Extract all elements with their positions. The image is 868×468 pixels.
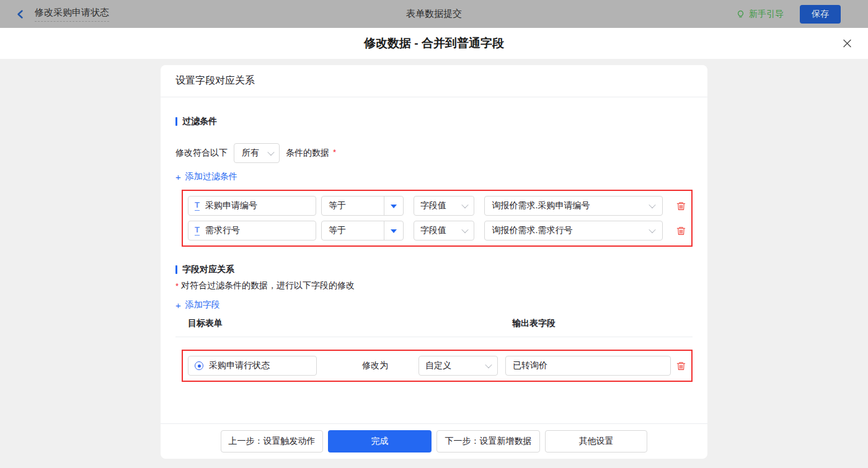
required-asterisk: * (333, 148, 336, 157)
filter-section-label: 过滤条件 (182, 116, 217, 127)
mapping-description: 对符合过滤条件的数据，进行以下字段的修改 (181, 280, 355, 291)
filter-field-label: 需求行号 (205, 225, 240, 236)
dialog-header: 修改数据 - 合并到普通字段 (0, 28, 868, 59)
filter-operator-value: 等于 (322, 225, 384, 236)
dialog-body: 设置字段对应关系 过滤条件 修改符合以下 所有 条件的数据 * + 添加过滤条件 (0, 65, 868, 468)
filter-value-text: 询报价需求.采购申请编号 (492, 200, 590, 211)
mapping-valuetype-select[interactable]: 自定义 (418, 356, 498, 376)
beginner-guide-label: 新手引导 (749, 9, 784, 20)
filter-field-label: 采购申请编号 (205, 200, 257, 211)
condition-prefix: 修改符合以下 (175, 148, 228, 159)
filter-row: T 采购申请编号 等于 字段值 询报价需求.采购申请编号 (188, 196, 686, 216)
radio-field-icon (195, 361, 203, 370)
filter-valuetype-select[interactable]: 字段值 (414, 196, 474, 216)
chevron-down-icon (461, 226, 468, 233)
output-fields-header: 输出表字段 (512, 318, 556, 329)
mapping-row: 采购申请行状态 修改为 自定义 (188, 356, 686, 376)
mapping-field-select[interactable]: 采购申请行状态 (188, 356, 317, 376)
card-content: 过滤条件 修改符合以下 所有 条件的数据 * + 添加过滤条件 T (161, 97, 707, 423)
prev-step-button[interactable]: 上一步：设置触发动作 (221, 430, 323, 453)
close-icon (842, 38, 852, 49)
chevron-down-icon (267, 149, 274, 156)
lightbulb-icon (736, 9, 745, 19)
trash-icon (676, 226, 686, 236)
mapping-description-line: * 对符合过滤条件的数据，进行以下字段的修改 (175, 280, 693, 291)
filter-value-text: 询报价需求.需求行号 (492, 225, 573, 236)
card-header: 设置字段对应关系 (161, 65, 707, 97)
delete-mapping-button[interactable] (675, 360, 686, 371)
save-button[interactable]: 保存 (800, 5, 841, 24)
mapping-valuetype-value: 自定义 (425, 360, 451, 371)
section-bar-icon (175, 265, 177, 274)
condition-scope-value: 所有 (242, 148, 259, 159)
section-bar-icon (175, 117, 177, 126)
beginner-guide-link[interactable]: 新手引导 (736, 9, 784, 20)
other-settings-button[interactable]: 其他设置 (545, 430, 647, 453)
mapping-section-label: 字段对应关系 (182, 264, 234, 275)
condition-scope-select[interactable]: 所有 (234, 143, 280, 163)
mapping-section-title: 字段对应关系 (175, 264, 693, 275)
topbar-right: 新手引导 保存 (736, 5, 841, 24)
next-step-button[interactable]: 下一步：设置新增数据 (436, 430, 540, 453)
caret-zone (384, 221, 403, 240)
chevron-down-icon (485, 361, 492, 368)
filter-row: T 需求行号 等于 字段值 询报价需求.需求行号 (188, 221, 686, 241)
add-field-label: 添加字段 (185, 299, 220, 311)
add-filter-condition-label: 添加过滤条件 (185, 171, 237, 182)
required-asterisk: * (175, 281, 179, 291)
mapping-highlight-box: 采购申请行状态 修改为 自定义 (182, 350, 693, 382)
condition-line: 修改符合以下 所有 条件的数据 * (175, 143, 693, 163)
plus-icon: + (175, 172, 181, 182)
topbar-left: 修改采购申请状态 (15, 7, 109, 22)
filter-highlight-box: T 采购申请编号 等于 字段值 询报价需求.采购申请编号 (182, 190, 693, 247)
filter-field-select[interactable]: T 需求行号 (188, 221, 316, 241)
add-field-link[interactable]: + 添加字段 (175, 299, 220, 311)
caret-down-icon (391, 229, 397, 236)
add-filter-condition-link[interactable]: + 添加过滤条件 (175, 171, 237, 182)
filter-section-title: 过滤条件 (175, 116, 693, 127)
filter-valuetype-select[interactable]: 字段值 (414, 221, 474, 241)
trash-icon (676, 201, 686, 211)
filter-operator-select[interactable]: 等于 (321, 196, 404, 216)
filter-valuetype-value: 字段值 (420, 225, 446, 236)
topbar: 修改采购申请状态 表单数据提交 新手引导 保存 (0, 0, 868, 28)
text-field-icon: T (195, 226, 200, 236)
chevron-left-icon (15, 9, 26, 20)
filter-operator-value: 等于 (322, 200, 384, 211)
trash-icon (676, 361, 686, 371)
filter-valuetype-value: 字段值 (420, 200, 446, 211)
modify-to-label: 修改为 (362, 360, 388, 371)
delete-filter-button[interactable] (675, 200, 686, 211)
delete-filter-button[interactable] (675, 225, 686, 236)
target-form-header: 目标表单 (175, 318, 512, 329)
mapping-table-header: 目标表单 输出表字段 (175, 318, 693, 337)
mapping-value-input[interactable] (505, 356, 671, 376)
close-button[interactable] (842, 38, 852, 49)
chevron-down-icon (649, 201, 655, 208)
caret-down-icon (391, 205, 397, 211)
text-field-icon: T (195, 201, 200, 211)
dialog-title: 修改数据 - 合并到普通字段 (364, 35, 504, 51)
settings-card: 设置字段对应关系 过滤条件 修改符合以下 所有 条件的数据 * + 添加过滤条件 (161, 65, 707, 459)
plus-icon: + (175, 300, 181, 311)
condition-suffix: 条件的数据 (286, 148, 329, 159)
flow-title[interactable]: 修改采购申请状态 (35, 7, 109, 22)
filter-value-select[interactable]: 询报价需求.需求行号 (484, 221, 663, 241)
done-button[interactable]: 完成 (328, 430, 432, 453)
filter-field-select[interactable]: T 采购申请编号 (188, 196, 316, 216)
chevron-down-icon (649, 226, 655, 233)
filter-value-select[interactable]: 询报价需求.采购申请编号 (484, 196, 663, 216)
chevron-down-icon (461, 201, 468, 208)
caret-zone (384, 196, 403, 215)
back-button[interactable] (15, 9, 26, 20)
mapping-field-label: 采购申请行状态 (209, 360, 270, 371)
card-footer: 上一步：设置触发动作 完成 下一步：设置新增数据 其他设置 (161, 423, 707, 459)
filter-operator-select[interactable]: 等于 (321, 221, 404, 241)
